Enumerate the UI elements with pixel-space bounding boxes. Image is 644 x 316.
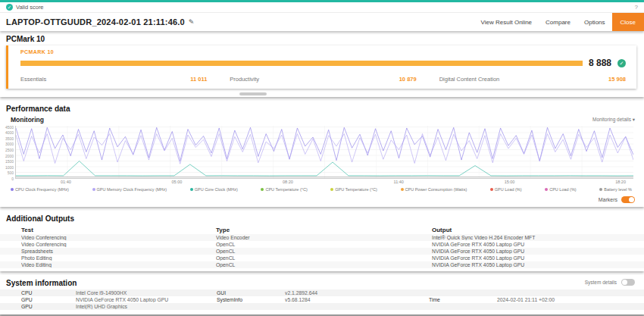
system-information-title: System information — [0, 275, 77, 289]
legend-label: CPU Load (%) — [549, 187, 576, 192]
options-button[interactable]: Options — [577, 13, 612, 31]
view-result-online-button[interactable]: View Result Online — [474, 13, 539, 31]
result-title: LAPTOP-OTTGUUDR_2024-02-01 21:11:46.0 — [6, 17, 185, 27]
y-tick-label: 2000 — [5, 154, 14, 158]
legend-item[interactable]: CPU Temperature (°C) — [261, 187, 307, 192]
y-tick-label: 4500 — [5, 125, 14, 129]
sysinfo-label: SystemInfo — [217, 297, 285, 302]
column-header-output: Output — [432, 227, 644, 233]
table-row: Video ConferencingOpenCLNVIDIA GeForce R… — [0, 241, 644, 248]
legend-dot-icon — [190, 188, 193, 191]
subscore-essentials: Essentials 11 011 — [20, 76, 207, 83]
system-details-toggle[interactable] — [621, 279, 635, 286]
y-tick-label: 0 — [11, 177, 14, 181]
type-cell: OpenCL — [216, 242, 432, 247]
sysinfo-value: Intel Core i9-14900HX — [76, 290, 217, 296]
subscores: Essentials 11 011 Productivity 10 879 Di… — [20, 76, 626, 83]
legend-dot-icon — [330, 188, 333, 191]
type-cell: Video Encoder — [216, 235, 432, 240]
markers-toggle[interactable] — [621, 196, 635, 203]
chevron-down-icon: ▾ — [633, 117, 635, 122]
legend-label: CPU Temperature (°C) — [265, 187, 307, 192]
output-cell: Intel® Quick Sync Video H.264 Encoder MF… — [432, 235, 644, 240]
status-text: Valid score — [16, 4, 44, 11]
chart-x-axis: 01:4005:0008:2011:4015:0018:20 — [61, 180, 626, 184]
system-information-body: CPUIntel Core i9-14900HXGUIv2.1.2892.644… — [0, 289, 644, 310]
legend-label: GPU Temperature (°C) — [335, 187, 377, 192]
subscore-label: Essentials — [20, 76, 46, 83]
sysinfo-value: 2024-02-01 21:11 +02:00 — [497, 297, 644, 302]
sysinfo-label: Time — [429, 297, 497, 302]
type-cell: OpenCL — [216, 249, 432, 254]
table-row: SpreadsheetsOpenCLNVIDIA GeForce RTX 405… — [0, 248, 644, 255]
test-cell: Video Conferencing — [21, 235, 216, 240]
sysinfo-label: CPU — [21, 290, 76, 296]
outputs-table-body: Video ConferencingVideo EncoderIntel® Qu… — [0, 234, 644, 268]
test-cell: Video Conferencing — [21, 242, 216, 247]
legend-label: CPU Clock Frequency (MHz) — [15, 187, 69, 192]
legend-item[interactable]: CPU Power Consumption (Watts) — [401, 187, 467, 192]
close-button[interactable]: Close — [612, 13, 644, 31]
y-tick-label: 1000 — [5, 165, 14, 169]
sysinfo-row: GPUIntel(R) UHD Graphics — [0, 303, 644, 310]
chart-svg — [16, 126, 633, 178]
x-tick-label: 11:40 — [394, 180, 404, 184]
legend-item[interactable]: GPU Load (%) — [490, 187, 522, 192]
x-tick-label: 05:00 — [172, 180, 183, 184]
toggle-knob — [629, 197, 634, 202]
legend-label: CPU Power Consumption (Watts) — [405, 187, 467, 192]
header-buttons: View Result Online Compare Options Close — [474, 13, 644, 31]
scrollbar-thumb[interactable] — [239, 92, 267, 95]
legend-item[interactable]: CPU Load (%) — [545, 187, 576, 192]
legend-item[interactable]: GPU Memory Clock Frequency (MHz) — [92, 187, 167, 192]
sysinfo-value: v5.68.1284 — [285, 297, 429, 302]
performance-data-title: Performance data — [0, 101, 644, 115]
sysinfo-label: GUI — [217, 290, 285, 296]
subscore-value: 10 879 — [399, 76, 417, 83]
subscore-label: Digital Content Creation — [439, 76, 500, 83]
result-section: PCMark 10 PCMARK 10 8 888 ✓ Essentials 1… — [0, 31, 644, 97]
monitoring-header: Monitoring Monitoring details ▾ — [0, 115, 644, 124]
y-tick-label: 2500 — [5, 148, 14, 152]
monitoring-details-label: Monitoring details — [592, 117, 631, 122]
edit-icon[interactable]: ✎ — [189, 18, 195, 26]
column-header-test: Test — [21, 227, 216, 233]
subscore-value: 11 011 — [190, 76, 207, 83]
sysinfo-value: Intel(R) UHD Graphics — [76, 304, 217, 309]
sysinfo-value: NVIDIA GeForce RTX 4050 Laptop GPU — [76, 297, 217, 302]
score-bar-row: 8 888 ✓ — [20, 58, 626, 68]
legend-dot-icon — [401, 188, 404, 191]
legend-dot-icon — [261, 188, 264, 191]
legend-item[interactable]: Battery level % — [599, 187, 632, 192]
subscore-digital-content-creation: Digital Content Creation 15 908 — [439, 76, 626, 83]
output-cell: NVIDIA GeForce RTX 4050 Laptop GPU — [432, 249, 644, 254]
status-bar: ✓ Valid score ? — [0, 2, 644, 13]
test-cell: Photo Editing — [21, 255, 216, 261]
markers-label: Markers — [599, 197, 617, 202]
x-tick-label: 18:20 — [615, 180, 626, 184]
legend-label: Battery level % — [604, 187, 632, 192]
system-information-section: System information System details CPUInt… — [0, 275, 644, 314]
monitoring-details-link[interactable]: Monitoring details ▾ — [592, 117, 635, 123]
x-tick-label: 08:20 — [283, 180, 293, 184]
chart-plot-area — [15, 126, 633, 179]
system-information-header: System information System details — [0, 275, 644, 289]
score-valid-check-icon: ✓ — [617, 59, 626, 67]
y-tick-label: 500 — [8, 171, 14, 175]
legend-dot-icon — [545, 188, 548, 191]
legend-item[interactable]: GPU Temperature (°C) — [330, 187, 377, 192]
chart-y-axis: 050010001500200025003000350040004500 — [5, 126, 15, 179]
score-card: PCMARK 10 8 888 ✓ Essentials 11 011 Prod… — [6, 45, 636, 89]
legend-item[interactable]: GPU Core Clock (MHz) — [190, 187, 238, 192]
y-tick-label: 3000 — [5, 142, 14, 146]
help-icon[interactable]: ? — [635, 4, 638, 11]
pcmark-section-title: PCMark 10 — [0, 31, 644, 45]
legend-item[interactable]: CPU Clock Frequency (MHz) — [11, 187, 69, 192]
y-tick-label: 4000 — [5, 131, 14, 135]
legend-dot-icon — [490, 188, 493, 191]
compare-button[interactable]: Compare — [539, 13, 577, 31]
column-header-type: Type — [216, 227, 432, 233]
sysinfo-row: CPUIntel Core i9-14900HXGUIv2.1.2892.644 — [0, 289, 644, 296]
additional-outputs-title: Additional Outputs — [0, 211, 644, 225]
x-tick-label: 01:40 — [61, 180, 71, 184]
